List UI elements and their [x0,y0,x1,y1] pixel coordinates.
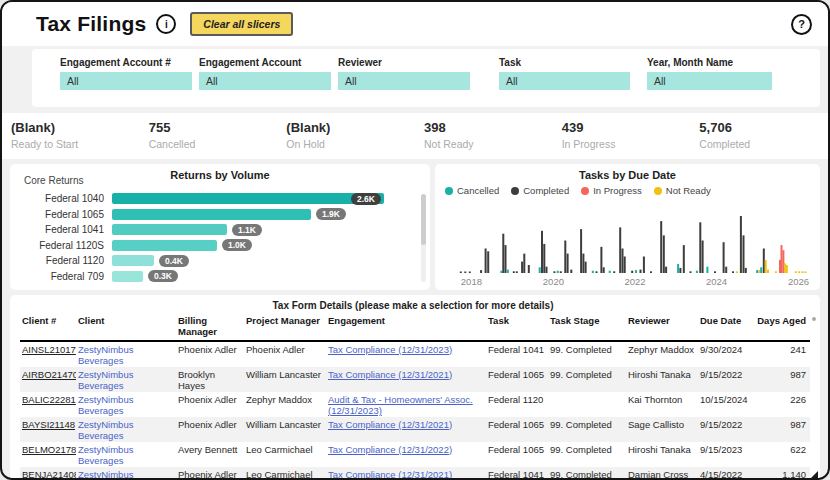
task-bar[interactable] [706,267,708,273]
task-bar[interactable] [775,271,777,273]
task-bar[interactable] [756,270,758,273]
task-bar[interactable] [643,257,645,274]
task-bar[interactable] [560,271,562,273]
returns-bar[interactable] [112,209,311,220]
table-scrollbar-thumb[interactable] [812,317,816,321]
engagement-link[interactable]: Tax Compliance (12/31/2021) [326,367,486,392]
task-bar[interactable] [683,245,685,273]
task-bar[interactable] [677,264,679,273]
task-bar[interactable] [732,271,734,273]
returns-scrollbar[interactable] [421,194,426,282]
task-bar[interactable] [690,271,692,273]
tasks-plot[interactable]: 20182020202220242026 [441,211,829,287]
task-bar[interactable] [798,271,800,273]
engagement-link[interactable]: Audit & Tax - Homeowners' Assoc. (12/31/… [326,392,486,417]
task-bar[interactable] [699,222,701,273]
engagement-link[interactable]: Tax Compliance (12/31/2021) [326,417,486,442]
client-link[interactable]: ZestyNimbus Beverages [76,417,176,442]
column-header-due-date[interactable]: Due Date [698,314,754,341]
returns-bar[interactable] [112,224,227,235]
task-bar[interactable] [760,267,762,273]
task-bar[interactable] [725,267,727,273]
task-bar[interactable] [609,271,611,273]
task-bar[interactable] [702,241,704,274]
slicer-dropdown[interactable]: All [499,72,630,90]
task-bar[interactable] [543,244,545,273]
client-number-link[interactable]: BELMO21780 [20,442,76,467]
help-icon[interactable]: ? [791,14,812,35]
task-bar[interactable] [564,241,566,274]
task-bar[interactable] [613,271,615,273]
task-bar[interactable] [650,271,652,273]
column-header-task[interactable]: Task [486,314,548,341]
task-bar[interactable] [631,271,633,273]
legend-item-in-progress[interactable]: In Progress [581,185,642,196]
task-bar[interactable] [546,267,548,273]
task-bar[interactable] [743,235,745,273]
task-bar[interactable] [784,263,786,273]
task-bar[interactable] [714,271,716,273]
column-header-reviewer[interactable]: Reviewer [626,314,698,341]
task-bar[interactable] [500,271,502,273]
client-number-link[interactable]: BALIC22281 [20,392,76,417]
task-bar[interactable] [507,270,509,273]
returns-bar[interactable] [112,240,217,251]
engagement-link[interactable]: Tax Compliance (12/31/2021) [326,467,486,480]
task-bar[interactable] [570,270,572,273]
returns-scrollbar-thumb[interactable] [421,194,426,245]
task-bar[interactable] [696,271,698,273]
task-bar[interactable] [619,227,621,273]
task-bar[interactable] [663,235,665,273]
column-header-client[interactable]: Client [76,314,176,341]
task-bar[interactable] [723,242,725,273]
slicer-dropdown[interactable]: All [647,72,772,90]
task-bar[interactable] [487,251,489,273]
task-bar[interactable] [635,270,637,273]
task-bar[interactable] [513,271,515,273]
task-bar[interactable] [763,249,765,274]
task-bar[interactable] [580,229,582,273]
client-number-link[interactable]: BENJA21408 [20,467,76,480]
task-bar[interactable] [640,270,642,273]
legend-item-completed[interactable]: Completed [511,185,569,196]
client-link[interactable]: ZestyNimbus Beverages [76,341,176,367]
column-header-billing-manager[interactable]: Billing Manager [176,314,244,341]
task-bar[interactable] [505,245,507,273]
column-header-engagement[interactable]: Engagement [326,314,486,341]
task-bar[interactable] [805,272,807,274]
client-link[interactable]: ZestyNimbus Beverages [76,442,176,467]
client-link[interactable]: ZestyNimbus Beverages [76,467,176,480]
task-bar[interactable] [485,249,487,274]
info-icon[interactable]: i [156,14,176,34]
client-number-link[interactable]: AINSL21017 [20,341,76,367]
task-bar[interactable] [795,271,797,273]
task-bar[interactable] [469,272,471,274]
task-bar[interactable] [521,262,523,273]
task-bar[interactable] [582,254,584,273]
task-bar[interactable] [740,216,742,273]
client-number-link[interactable]: BAYSI21148 [20,417,76,442]
task-bar[interactable] [603,267,605,273]
task-bar[interactable] [622,249,624,274]
client-link[interactable]: ZestyNimbus Beverages [76,392,176,417]
column-header-project-manager[interactable]: Project Manager [244,314,326,341]
task-bar[interactable] [679,268,681,273]
task-bar[interactable] [557,271,559,273]
returns-bar[interactable]: 2.6K [112,193,384,204]
task-bar[interactable] [758,270,760,273]
task-bar[interactable] [523,254,525,273]
task-bar[interactable] [480,270,482,273]
task-bar[interactable] [539,267,541,273]
column-header-days-aged[interactable]: Days Aged [754,314,810,341]
task-bar[interactable] [502,234,504,273]
clear-all-slicers-button[interactable]: Clear all slicers [190,12,293,36]
engagement-link[interactable]: Tax Compliance (12/31/2023) [326,341,486,367]
task-bar[interactable] [464,272,466,274]
task-bar[interactable] [665,267,667,273]
task-bar[interactable] [624,257,626,274]
table-resize-handle[interactable] [810,471,818,479]
column-header-client-[interactable]: Client # [20,314,76,341]
task-bar[interactable] [765,260,767,273]
task-bar[interactable] [596,271,598,273]
task-bar[interactable] [736,271,738,273]
